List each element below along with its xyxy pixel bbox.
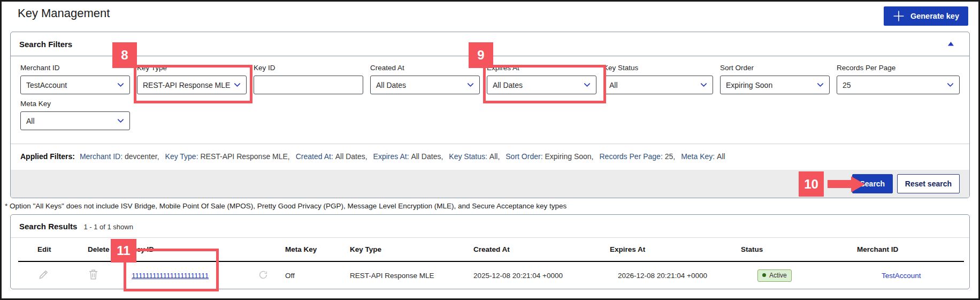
key-id-label: Key ID (254, 64, 363, 72)
merchant-id-link[interactable]: TestAccount (882, 272, 921, 280)
column-header-key-id: Key ID (132, 245, 258, 253)
meta-key-field: Meta Key All (20, 100, 130, 130)
expires-at-value: All Dates (493, 81, 523, 89)
reset-search-button[interactable]: Reset search (897, 174, 960, 193)
key-status-select[interactable]: All (603, 76, 713, 94)
created-at-label: Created At (370, 64, 480, 72)
expires-at-field: Expires At All Dates (487, 64, 596, 94)
callout-9: 9 (469, 42, 493, 68)
chevron-down-icon (700, 81, 708, 89)
plus-icon (893, 10, 905, 22)
created-at-value: All Dates (376, 81, 406, 89)
search-results-count: 1 - 1 of 1 shown (83, 223, 133, 231)
key-id-field: Key ID (254, 64, 363, 94)
search-filters-title: Search Filters (19, 40, 72, 49)
chevron-down-icon (946, 81, 954, 89)
chevron-down-icon (816, 81, 824, 89)
applied-filter-item: Key TypeREST-API Response MLE (165, 152, 290, 161)
search-results-title: Search Results (19, 222, 77, 231)
created-at-cell: 2025-12-08 20:21:04 +0000 (473, 272, 610, 280)
meta-key-label: Meta Key (20, 100, 130, 108)
table-row: 1111111111111111111111 Off REST-API Resp… (11, 262, 969, 289)
applied-filters: Applied Filters:Merchant IDdevcenterKey … (11, 144, 969, 170)
meta-key-value: All (26, 117, 35, 125)
column-header-edit: Edit (37, 245, 88, 253)
chevron-down-icon (117, 81, 125, 89)
key-type-field: Key Type REST-API Response MLE (137, 64, 247, 94)
expires-at-select[interactable]: All Dates (487, 76, 596, 94)
key-type-label: Key Type (137, 64, 247, 72)
sort-order-label: Sort Order (720, 64, 830, 72)
applied-filter-item: Sort OrderExpiring Soon (506, 152, 593, 161)
expires-at-cell: 2026-12-08 20:21:04 +0000 (618, 272, 707, 280)
created-at-field: Created At All Dates (370, 64, 480, 94)
chevron-down-icon (583, 81, 591, 89)
sort-order-select[interactable]: Expiring Soon (720, 76, 830, 94)
applied-filter-item: Merchant IDdevcenter (80, 152, 159, 161)
callout-10: 10 (799, 171, 824, 197)
callout-8: 8 (112, 42, 137, 68)
column-header-created-at: Created At (473, 245, 610, 253)
column-header-expires-at: Expires At (610, 245, 741, 253)
records-per-page-field: Records Per Page 25 (837, 64, 960, 94)
applied-filter-item: Meta KeyAll (681, 152, 725, 161)
delete-button[interactable] (88, 268, 99, 281)
chevron-down-icon (233, 81, 241, 89)
key-status-field: Key Status All (603, 64, 713, 94)
merchant-id-field: Merchant ID TestAccount (20, 64, 130, 94)
key-type-select[interactable]: REST-API Response MLE (137, 76, 247, 94)
key-id-link[interactable]: 1111111111111111111111 (132, 272, 209, 280)
merchant-id-value: TestAccount (26, 81, 67, 89)
expires-at-label: Expires At (487, 64, 596, 72)
key-id-input[interactable] (254, 76, 363, 94)
records-per-page-select[interactable]: 25 (837, 76, 960, 94)
page-title: Key Management (18, 6, 110, 20)
status-badge: Active (757, 269, 792, 282)
pencil-icon (37, 268, 50, 281)
search-results-header: Search Results 1 - 1 of 1 shown (11, 215, 969, 238)
arrow-icon (828, 180, 852, 188)
filter-actions-bar: Search Reset search (11, 170, 969, 198)
edit-button[interactable] (37, 268, 50, 281)
meta-key-select[interactable]: All (20, 111, 130, 130)
column-header-merchant-id: Merchant ID (857, 245, 964, 253)
callout-11: 11 (111, 239, 136, 262)
generate-key-label: Generate key (910, 12, 959, 20)
merchant-id-select[interactable]: TestAccount (20, 76, 130, 94)
refresh-icon[interactable] (258, 270, 268, 280)
applied-filter-item: Expires AtAll Dates (373, 152, 443, 161)
column-header-key-type: Key Type (350, 245, 473, 253)
filter-row-2: Meta Key All (20, 100, 960, 130)
column-header-meta-key: Meta Key (285, 245, 350, 253)
applied-filter-item: Records Per Page25 (599, 152, 675, 161)
applied-filters-label: Applied Filters: (20, 152, 75, 161)
status-label: Active (769, 272, 787, 279)
sort-order-value: Expiring Soon (726, 81, 772, 89)
meta-key-cell: Off (285, 272, 350, 280)
created-at-select[interactable]: All Dates (370, 76, 480, 94)
key-status-value: All (609, 81, 618, 89)
key-status-label: Key Status (603, 64, 713, 72)
key-type-value: REST-API Response MLE (143, 81, 230, 89)
key-management-page: Key Management Generate key Search Filte… (0, 0, 980, 300)
all-keys-footnote: * Option "All Keys" does not include ISV… (5, 202, 978, 210)
chevron-down-icon (117, 117, 125, 125)
records-per-page-label: Records Per Page (837, 64, 960, 72)
trash-icon (88, 268, 99, 281)
applied-filter-item: Key StatusAll (449, 152, 500, 161)
collapse-icon[interactable] (947, 41, 954, 47)
records-per-page-value: 25 (843, 81, 851, 89)
column-header-status: Status (741, 245, 857, 253)
arrow-head-icon (851, 176, 865, 192)
title-bar: Key Management Generate key (2, 2, 978, 32)
key-type-cell: REST-API Response MLE (350, 272, 473, 280)
results-table-header: Edit Delete Key ID Meta Key Key Type Cre… (18, 238, 964, 262)
sort-order-field: Sort Order Expiring Soon (720, 64, 830, 94)
applied-filter-item: Created AtAll Dates (296, 152, 368, 161)
filter-row-1: Merchant ID TestAccount Key Type REST-AP… (20, 64, 960, 94)
generate-key-button[interactable]: Generate key (884, 6, 968, 26)
search-results-panel: Search Results 1 - 1 of 1 shown Edit Del… (10, 214, 970, 289)
chevron-down-icon (466, 81, 474, 89)
status-dot-icon (762, 273, 766, 277)
